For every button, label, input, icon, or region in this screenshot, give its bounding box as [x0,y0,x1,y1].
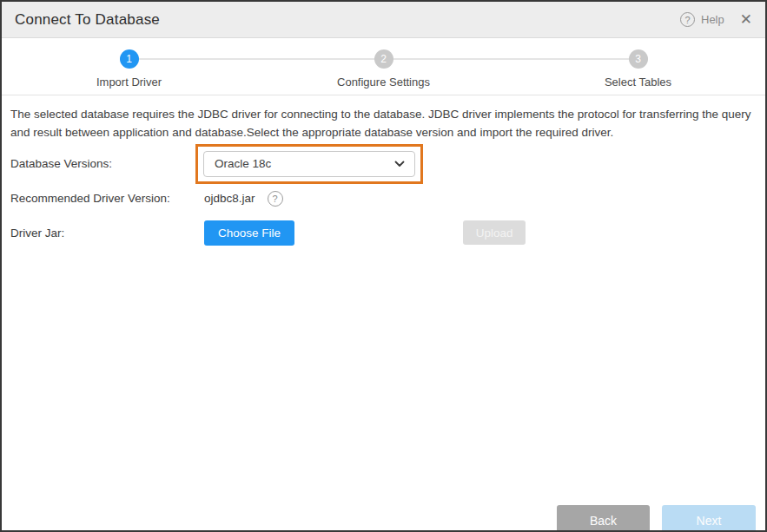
step-configure-settings[interactable]: 2 Configure Settings [256,49,511,89]
choose-file-button[interactable]: Choose File [204,220,294,246]
database-versions-label: Database Versions: [10,157,195,170]
dialog-titlebar: Connect To Database ? Help ✕ [2,2,765,38]
question-circle-icon[interactable]: ? [268,191,283,207]
step-select-tables[interactable]: 3 Select Tables [511,49,765,89]
titlebar-actions: ? Help ✕ [680,12,752,27]
next-button[interactable]: Next [662,505,756,532]
driver-jar-row: Driver Jar: Choose File Upload [10,220,757,246]
step-2-label: Configure Settings [337,76,430,89]
close-icon[interactable]: ✕ [740,12,752,27]
recommended-driver-label: Recommended Driver Version: [10,192,204,205]
database-versions-row: Database Versions: Oracle 18c [10,144,757,184]
help-circle-icon[interactable]: ? [680,12,695,27]
annotation-highlight-box: Oracle 18c [195,144,423,184]
help-link[interactable]: Help [701,13,724,26]
connect-to-database-dialog: Connect To Database ? Help ✕ 1 Import Dr… [0,0,767,532]
step-2-circle: 2 [374,49,393,69]
step-import-driver[interactable]: 1 Import Driver [2,49,256,89]
jdbc-description-text: The selected database requires the JDBC … [10,106,757,142]
stepper-steps: 1 Import Driver 2 Configure Settings 3 S… [2,49,765,89]
dialog-title: Connect To Database [15,11,160,29]
upload-button[interactable]: Upload [463,220,526,245]
wizard-content: The selected database requires the JDBC … [2,95,765,246]
step-1-circle: 1 [120,49,139,69]
database-version-selected-value: Oracle 18c [215,157,271,170]
step-3-circle: 3 [629,49,648,69]
wizard-stepper: 1 Import Driver 2 Configure Settings 3 S… [2,38,765,95]
driver-jar-label: Driver Jar: [10,227,204,240]
step-1-label: Import Driver [96,76,162,89]
recommended-driver-row: Recommended Driver Version: ojdbc8.jar ? [10,191,757,207]
recommended-driver-value: ojdbc8.jar [204,192,255,205]
database-version-select[interactable]: Oracle 18c [203,151,415,177]
step-3-label: Select Tables [605,76,671,89]
chevron-down-icon [394,161,405,167]
back-button[interactable]: Back [557,505,650,532]
